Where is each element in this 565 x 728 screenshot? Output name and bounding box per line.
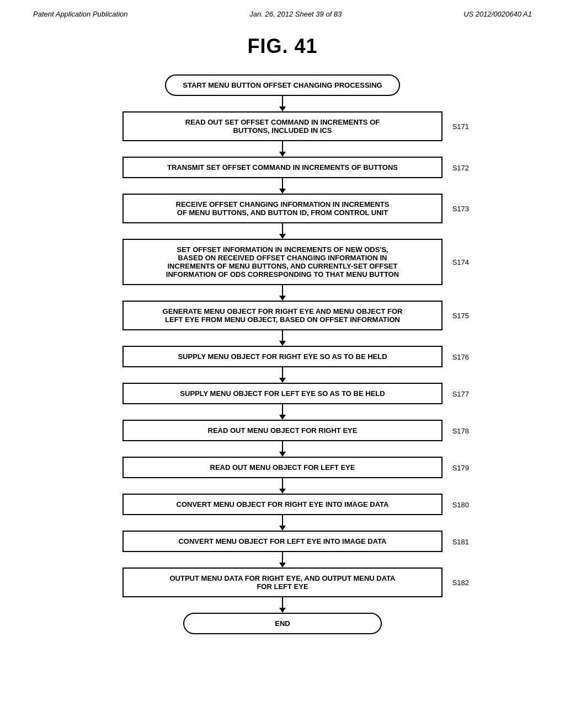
flowchart: START MENU BUTTON OFFSET CHANGING PROCES…: [0, 74, 565, 634]
step-text-s171: READ OUT SET OFFSET COMMAND IN INCREMENT…: [122, 111, 443, 141]
step-text-s172: TRANSMIT SET OFFSET COMMAND IN INCREMENT…: [122, 157, 443, 178]
step-label-s175: S175: [452, 312, 469, 320]
step-node-s176: SUPPLY MENU OBJECT FOR RIGHT EYE SO AS T…: [122, 346, 443, 367]
step-node-s177: SUPPLY MENU OBJECT FOR LEFT EYE SO AS TO…: [122, 383, 443, 404]
step-label-s179: S179: [452, 463, 469, 472]
header-right: US 2012/0020640 A1: [463, 10, 532, 18]
step-node-s180: CONVERT MENU OBJECT FOR RIGHT EYE INTO I…: [122, 494, 443, 515]
arrow-2: [122, 178, 443, 194]
figure-title: FIG. 41: [0, 35, 565, 58]
arrow-5: [122, 330, 443, 346]
step-label-s172: S172: [452, 163, 469, 172]
end-node: END: [183, 613, 382, 634]
step-node-s173: RECEIVE OFFSET CHANGING INFORMATION IN I…: [122, 194, 443, 223]
step-text-s173: RECEIVE OFFSET CHANGING INFORMATION IN I…: [122, 194, 443, 223]
step-node-s179: READ OUT MENU OBJECT FOR LEFT EYES179: [122, 457, 443, 478]
arrow-8: [122, 441, 443, 457]
step-label-s173: S173: [452, 205, 469, 213]
arrow-10: [122, 515, 443, 531]
arrow-6: [122, 367, 443, 383]
step-label-s171: S171: [452, 122, 469, 131]
step-label-s178: S178: [452, 426, 469, 435]
start-label: START MENU BUTTON OFFSET CHANGING PROCES…: [165, 74, 399, 96]
step-node-s181: CONVERT MENU OBJECT FOR LEFT EYE INTO IM…: [122, 531, 443, 552]
step-node-s174: SET OFFSET INFORMATION IN INCREMENTS OF …: [122, 239, 443, 285]
step-label-s174: S174: [452, 258, 469, 266]
step-text-s177: SUPPLY MENU OBJECT FOR LEFT EYE SO AS TO…: [122, 383, 443, 404]
page-header: Patent Application Publication Jan. 26, …: [0, 0, 565, 24]
header-center: Jan. 26, 2012 Sheet 39 of 83: [249, 10, 342, 18]
end-label: END: [183, 613, 382, 634]
step-text-s182: OUTPUT MENU DATA FOR RIGHT EYE, AND OUTP…: [122, 568, 443, 597]
start-node: START MENU BUTTON OFFSET CHANGING PROCES…: [165, 74, 399, 96]
step-label-s180: S180: [452, 500, 469, 508]
arrow-4: [122, 285, 443, 301]
step-text-s181: CONVERT MENU OBJECT FOR LEFT EYE INTO IM…: [122, 531, 443, 552]
arrow-9: [122, 478, 443, 494]
step-text-s179: READ OUT MENU OBJECT FOR LEFT EYES179: [122, 457, 443, 478]
arrow-end: [279, 597, 286, 613]
step-text-s176: SUPPLY MENU OBJECT FOR RIGHT EYE SO AS T…: [122, 346, 443, 367]
step-text-s175: GENERATE MENU OBJECT FOR RIGHT EYE AND M…: [122, 301, 443, 330]
step-node-s182: OUTPUT MENU DATA FOR RIGHT EYE, AND OUTP…: [122, 568, 443, 597]
arrow-0: [279, 96, 286, 111]
step-label-s176: S176: [452, 352, 469, 361]
step-text-s180: CONVERT MENU OBJECT FOR RIGHT EYE INTO I…: [122, 494, 443, 515]
step-text-s178: READ OUT MENU OBJECT FOR RIGHT EYES178: [122, 420, 443, 441]
arrow-3: [122, 223, 443, 239]
step-node-s171: READ OUT SET OFFSET COMMAND IN INCREMENT…: [122, 111, 443, 141]
arrow-7: [122, 404, 443, 420]
step-text-s174: SET OFFSET INFORMATION IN INCREMENTS OF …: [122, 239, 443, 285]
step-node-s172: TRANSMIT SET OFFSET COMMAND IN INCREMENT…: [122, 157, 443, 178]
header-left: Patent Application Publication: [33, 10, 128, 18]
step-node-s178: READ OUT MENU OBJECT FOR RIGHT EYES178: [122, 420, 443, 441]
arrow-1: [122, 141, 443, 157]
step-label-s181: S181: [452, 537, 469, 545]
step-label-s177: S177: [452, 389, 469, 398]
step-node-s175: GENERATE MENU OBJECT FOR RIGHT EYE AND M…: [122, 301, 443, 330]
step-label-s182: S182: [452, 579, 469, 587]
arrow-11: [122, 552, 443, 568]
